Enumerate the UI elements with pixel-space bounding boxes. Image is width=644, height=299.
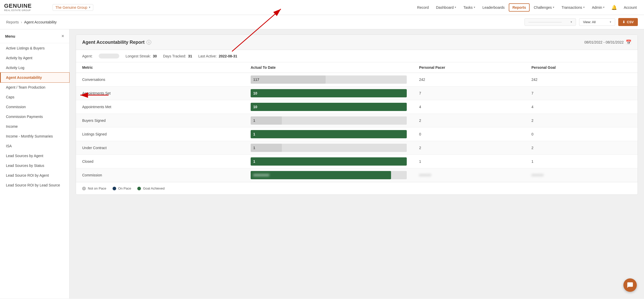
bar-fill <box>251 130 407 138</box>
bar-fill <box>251 116 282 125</box>
group-name: The Genuine Group <box>55 5 87 10</box>
sidebar-item-commission[interactable]: Commission <box>0 102 69 112</box>
legend-on-pace: On Pace <box>113 186 131 190</box>
last-active-stat: Last Active: 2022-08-31 <box>198 54 237 58</box>
transactions-chevron: ▾ <box>583 6 585 9</box>
last-active-value: 2022-08-31 <box>219 54 237 58</box>
nav-reports[interactable]: Reports <box>509 3 530 12</box>
legend-not-on-pace: Not on Pace <box>82 186 106 190</box>
bar-fill <box>251 171 391 179</box>
bar-container: 10 <box>251 103 407 111</box>
nav-admin[interactable]: Admin ▾ <box>589 4 608 11</box>
sidebar-item-activity-by-agent[interactable]: Activity by Agent <box>0 53 69 63</box>
metric-cell: Appointments Met <box>76 100 244 114</box>
report-title-area: Agent Accountability Report i <box>82 40 151 45</box>
goal-cell: 0 <box>525 127 638 141</box>
chat-button[interactable] <box>623 278 637 292</box>
csv-button[interactable]: ⬇ CSV <box>618 18 638 26</box>
bar-container: 1 <box>251 130 407 138</box>
sidebar-item-active-listings[interactable]: Active Listings & Buyers <box>0 43 69 53</box>
group-selector[interactable]: The Genuine Group ▾ <box>53 4 93 11</box>
bar-container: 1 <box>251 116 407 125</box>
legend-label-goal-achieved: Goal Achieved <box>143 186 165 190</box>
pacer-cell: 7 <box>413 87 525 100</box>
actual-cell: 117 <box>244 73 413 87</box>
nav-record[interactable]: Record <box>414 4 432 11</box>
bar-container: 1 <box>251 157 407 166</box>
actual-cell: 1 <box>244 114 413 127</box>
nav-dashboard[interactable]: Dashboard ▾ <box>433 4 459 11</box>
bar-label: 1 <box>253 118 255 123</box>
metric-cell: Conversations <box>76 73 244 87</box>
bar-label: 1 <box>253 159 255 164</box>
sidebar-item-commission-payments[interactable]: Commission Payments <box>0 112 69 122</box>
breadcrumb-bar: Reports › Agent Accountability ─────────… <box>0 15 644 29</box>
nav-challenges[interactable]: Challenges ▾ <box>531 4 557 11</box>
agent-info-row: Agent: Longest Streak: 30 Days Tracked: … <box>76 50 638 62</box>
filter-chevron: ▾ <box>571 20 572 24</box>
nav-account[interactable]: Account <box>621 4 640 11</box>
goal-cell: 4 <box>525 100 638 114</box>
table-row: Commission#################### <box>76 168 638 182</box>
bar-fill <box>251 144 282 152</box>
legend-dot-goal-achieved <box>137 187 141 190</box>
view-dropdown[interactable]: View: All ▾ <box>579 18 615 26</box>
metric-cell: Buyers Signed <box>76 114 244 127</box>
nav-tasks[interactable]: Tasks ▾ <box>460 4 478 11</box>
bar-label: 117 <box>253 78 259 82</box>
legend-label-not-on-pace: Not on Pace <box>88 186 106 190</box>
sidebar-item-agent-accountability[interactable]: Agent Accountability <box>0 73 69 82</box>
bar-container: 10 <box>251 89 407 97</box>
sidebar-item-agent-team-production[interactable]: Agent / Team Production <box>0 82 69 92</box>
notification-bell[interactable]: 🔔 <box>609 3 620 12</box>
sidebar-title: Menu <box>5 34 15 38</box>
sidebar-item-income-monthly[interactable]: Income - Monthly Summaries <box>0 131 69 141</box>
sidebar-item-lead-sources-agent[interactable]: Lead Sources by Agent <box>0 151 69 161</box>
table-row: Conversations117242242 <box>76 73 638 87</box>
days-tracked-value: 31 <box>188 54 192 58</box>
logo-area: GENUINE REAL ESTATE GROUP <box>4 3 50 12</box>
bar-label: 10 <box>253 91 257 95</box>
pacer-cell: 242 <box>413 73 525 87</box>
info-icon[interactable]: i <box>147 40 151 45</box>
goal-cell: ###### <box>525 168 638 182</box>
sidebar-item-lead-source-roi-agent[interactable]: Lead Source ROI by Agent <box>0 170 69 180</box>
pacer-cell: 0 <box>413 127 525 141</box>
table-row: Appointments Met1044 <box>76 100 638 114</box>
last-active-label: Last Active: <box>198 54 217 58</box>
breadcrumb-parent[interactable]: Reports <box>6 20 19 24</box>
dashboard-chevron: ▾ <box>455 6 456 9</box>
report-header: Agent Accountability Report i 08/01/2022… <box>76 35 638 50</box>
table-row: Listings Signed100 <box>76 127 638 141</box>
calendar-icon[interactable]: 📅 <box>626 39 631 45</box>
table-header: Metric Actual To Date Personal Pacer Per… <box>76 62 638 73</box>
longest-streak-stat: Longest Streak: 30 <box>125 54 157 58</box>
sidebar-item-caps[interactable]: Caps <box>0 92 69 102</box>
bar-fill <box>251 103 407 111</box>
report-card: Agent Accountability Report i 08/01/2022… <box>76 35 638 195</box>
metric-cell: Commission <box>76 168 244 182</box>
legend-dot-not-on-pace <box>82 187 86 190</box>
sidebar-item-activity-log[interactable]: Activity Log <box>0 63 69 73</box>
nav-transactions[interactable]: Transactions ▾ <box>558 4 588 11</box>
bar-label: 10 <box>253 105 257 109</box>
nav-leaderboards[interactable]: Leaderboards <box>479 4 508 11</box>
sidebar-item-isa[interactable]: ISA <box>0 141 69 151</box>
main-layout: Menu × Active Listings & Buyers Activity… <box>0 29 644 298</box>
report-table: Metric Actual To Date Personal Pacer Per… <box>76 62 638 182</box>
actual-cell: 1 <box>244 127 413 141</box>
table-row: Buyers Signed122 <box>76 114 638 127</box>
goal-cell: 7 <box>525 87 638 100</box>
sidebar-item-income[interactable]: Income <box>0 122 69 131</box>
bar-label: 1 <box>253 146 255 150</box>
agent-filter-dropdown[interactable]: ────────────── ▾ <box>524 18 576 26</box>
sidebar-close-button[interactable]: × <box>61 33 64 39</box>
sidebar-item-lead-sources-status[interactable]: Lead Sources by Status <box>0 161 69 170</box>
metric-cell: Listings Signed <box>76 127 244 141</box>
longest-streak-label: Longest Streak: <box>125 54 151 58</box>
sidebar-item-lead-source-roi-lead[interactable]: Lead Source ROI by Lead Source <box>0 180 69 190</box>
agent-label: Agent: <box>82 54 92 58</box>
logo-genuine: GENUINE <box>4 3 32 9</box>
bar-fill <box>251 75 326 84</box>
challenges-chevron: ▾ <box>553 6 554 9</box>
